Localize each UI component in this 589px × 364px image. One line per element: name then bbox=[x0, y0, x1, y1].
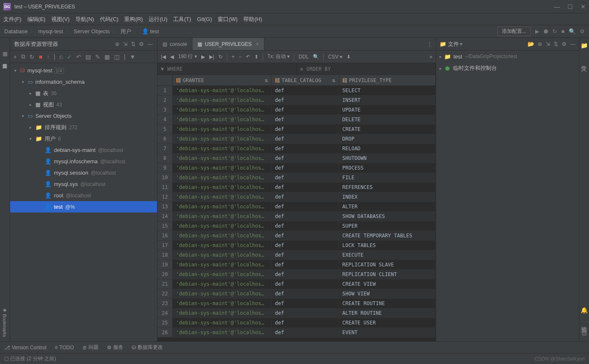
plus-icon[interactable]: + bbox=[13, 53, 17, 60]
table-row[interactable]: 8'debian-sys-maint'@'localhos…defSHUTDOW… bbox=[157, 154, 436, 163]
gear-icon[interactable]: ⚙ bbox=[139, 41, 144, 47]
tx-icon[interactable]: ⎌ bbox=[59, 53, 63, 60]
table-row[interactable]: 2'debian-sys-maint'@'localhos…defINSERT bbox=[157, 96, 436, 105]
breadcrumb-item[interactable]: Database bbox=[4, 28, 28, 35]
menu-item[interactable]: 视图(V) bbox=[51, 16, 69, 23]
menu-item[interactable]: 运行(U) bbox=[149, 16, 167, 23]
db-tool-icon[interactable]: ⛁ bbox=[582, 330, 587, 337]
tree-user-item[interactable]: 👤debian-sys-maint@localhost bbox=[10, 144, 157, 156]
more-icon[interactable]: » bbox=[429, 54, 432, 60]
settings-icon[interactable]: ⚙ bbox=[580, 28, 585, 35]
delete-row-icon[interactable]: − bbox=[239, 54, 242, 60]
ddl-button[interactable]: DDL bbox=[298, 54, 309, 60]
bookmarks-label[interactable]: ◈ Bookmarks bbox=[2, 307, 8, 337]
version-control-button[interactable]: ⎇ Version Control bbox=[4, 345, 46, 351]
table-row[interactable]: 24'debian-sys-maint'@'localhos…defALTER … bbox=[157, 308, 436, 318]
breadcrumb-item[interactable]: 👤 test bbox=[142, 28, 159, 35]
edit-icon[interactable]: ✎ bbox=[95, 53, 100, 60]
open-icon[interactable]: 📂 bbox=[528, 41, 534, 47]
stop-icon[interactable]: ■ bbox=[561, 28, 565, 35]
column-header-privilege[interactable]: PRIVILEGE_TYPE bbox=[339, 75, 436, 85]
last-page-icon[interactable]: ▶| bbox=[209, 54, 214, 60]
add-config-button[interactable]: 添加配置... bbox=[497, 27, 531, 36]
add-datasource-icon[interactable]: ⊕ bbox=[115, 41, 120, 47]
project-path[interactable]: ▸ 📁 test ~/DataGripProjects/test bbox=[436, 50, 579, 62]
breadcrumb-item[interactable]: 用户 bbox=[120, 28, 131, 35]
files-icon[interactable]: 📁 bbox=[581, 42, 588, 49]
tree-user-item[interactable]: 👤mysql.sys@localhost bbox=[10, 178, 157, 190]
stop-icon[interactable]: ■ bbox=[39, 53, 42, 60]
commit-icon[interactable]: ✓ bbox=[67, 53, 72, 60]
breadcrumb-item[interactable]: Server Objects bbox=[74, 28, 110, 35]
scratch-item[interactable]: ▸ ⬢ 临时文件和控制台 bbox=[436, 62, 579, 74]
tabs-more-icon[interactable]: ⋮ bbox=[427, 41, 432, 47]
filter2-icon[interactable]: ▼ bbox=[130, 53, 136, 60]
hide-icon[interactable]: — bbox=[147, 41, 153, 47]
console-icon[interactable]: ▦ bbox=[104, 53, 110, 60]
tree-tables[interactable]: ▸▦ 表36 bbox=[10, 88, 157, 99]
menu-item[interactable]: 导航(N) bbox=[75, 16, 94, 23]
menu-item[interactable]: 窗口(W) bbox=[218, 16, 237, 23]
table-row[interactable]: 17'debian-sys-maint'@'localhos…defLOCK T… bbox=[157, 241, 436, 250]
notifications-icon[interactable]: 🔔 bbox=[581, 307, 588, 314]
search-icon[interactable]: 🔍 bbox=[313, 54, 319, 60]
menu-item[interactable]: 重构(R) bbox=[124, 16, 143, 23]
rollback-icon[interactable]: ↶ bbox=[76, 53, 81, 60]
expand-icon[interactable]: ⇅ bbox=[554, 41, 558, 47]
menu-item[interactable]: 代码(C) bbox=[100, 16, 118, 23]
breadcrumb-item[interactable]: mysql-test bbox=[38, 28, 63, 35]
gear-icon[interactable]: ⚙ bbox=[562, 41, 567, 47]
tree-collations[interactable]: ▸📁 排序规则272 bbox=[10, 122, 157, 133]
maximize-button[interactable]: ☐ bbox=[568, 3, 573, 10]
file-label[interactable]: 文件 bbox=[448, 40, 459, 48]
tree-user-item[interactable]: 👤root@localhost bbox=[10, 190, 157, 201]
table-row[interactable]: 23'debian-sys-maint'@'localhos…defCREATE… bbox=[157, 299, 436, 308]
tree-server-objects[interactable]: ▾▭ Server Objects bbox=[10, 110, 157, 122]
table-row[interactable]: 13'debian-sys-maint'@'localhos…defALTER bbox=[157, 202, 436, 212]
table-row[interactable]: 4'debian-sys-maint'@'localhos…defDELETE bbox=[157, 115, 436, 125]
table-row[interactable]: 25'debian-sys-maint'@'localhos…defCREATE… bbox=[157, 318, 436, 328]
services-button[interactable]: ⚙ 服务 bbox=[107, 344, 123, 351]
table-row[interactable]: 21'debian-sys-maint'@'localhos…defCREATE… bbox=[157, 279, 436, 289]
table-row[interactable]: 5'debian-sys-maint'@'localhos…defCREATE bbox=[157, 125, 436, 134]
search-icon[interactable]: 🔍 bbox=[569, 28, 576, 35]
column-header-catalog[interactable]: TABLE_CATALOG⇅ bbox=[272, 75, 339, 85]
menu-item[interactable]: 帮助(H) bbox=[243, 16, 262, 23]
tree-views[interactable]: ▸▦ 视图43 bbox=[10, 99, 157, 110]
close-icon[interactable]: × bbox=[256, 41, 259, 47]
table-row[interactable]: 15'debian-sys-maint'@'localhos…defSUPER bbox=[157, 221, 436, 231]
next-page-icon[interactable]: ▶ bbox=[201, 54, 205, 60]
filter-icon[interactable]: ⇅ bbox=[131, 41, 136, 47]
tree-root[interactable]: ▾⛁ mysql-test1/4 bbox=[10, 65, 157, 76]
revert-icon[interactable]: ↶ bbox=[246, 54, 250, 60]
table-row[interactable]: 9'debian-sys-maint'@'localhos…defPROCESS bbox=[157, 163, 436, 173]
where-filter[interactable]: ▼ WHERE bbox=[157, 63, 297, 74]
tree-user-item[interactable]: 👤mysql.session@localhost bbox=[10, 167, 157, 178]
download-icon[interactable]: ⬇ bbox=[346, 54, 351, 60]
table-row[interactable]: 19'debian-sys-maint'@'localhos…defREPLIC… bbox=[157, 260, 436, 270]
orderby-filter[interactable]: ≡ ORDER BY bbox=[297, 63, 436, 74]
problems-button[interactable]: ⊘ 问题 bbox=[83, 344, 99, 351]
table-row[interactable]: 22'debian-sys-maint'@'localhos…defSHOW V… bbox=[157, 289, 436, 299]
close-button[interactable]: ✕ bbox=[581, 3, 586, 10]
todo-button[interactable]: ≡ TODO bbox=[55, 345, 74, 351]
tree-info-schema[interactable]: ▾▭ information_schema bbox=[10, 76, 157, 88]
diagram-icon[interactable]: ◫ bbox=[114, 53, 120, 60]
tx-mode[interactable]: Tx: 自动 ▾ bbox=[267, 53, 290, 60]
table-row[interactable]: 10'debian-sys-maint'@'localhos…defFILE bbox=[157, 173, 436, 183]
tree-user-item[interactable]: 👤test@% bbox=[10, 201, 157, 213]
first-page-icon[interactable]: |◀ bbox=[161, 54, 166, 60]
table-row[interactable]: 3'debian-sys-maint'@'localhos…defUPDATE bbox=[157, 105, 436, 115]
menu-item[interactable]: Git(G) bbox=[197, 16, 212, 22]
database-icon[interactable]: ▦ bbox=[3, 50, 8, 57]
table-row[interactable]: 7'debian-sys-maint'@'localhos…defRELOAD bbox=[157, 144, 436, 154]
copy-icon[interactable]: ⧉ bbox=[21, 53, 25, 60]
table-row[interactable]: 1'debian-sys-maint'@'localhos…defSELECT bbox=[157, 86, 436, 96]
minimize-button[interactable]: — bbox=[554, 3, 560, 10]
submit-icon[interactable]: ⬆ bbox=[254, 54, 259, 60]
collapse-icon[interactable]: ⇲ bbox=[123, 41, 128, 47]
tab-console[interactable]: ▤ console bbox=[157, 38, 192, 50]
collapse-icon[interactable]: ⇲ bbox=[546, 41, 550, 47]
menu-item[interactable]: 工具(T) bbox=[173, 16, 191, 23]
tree-user-item[interactable]: 👤mysql.infoschema@localhost bbox=[10, 156, 157, 167]
